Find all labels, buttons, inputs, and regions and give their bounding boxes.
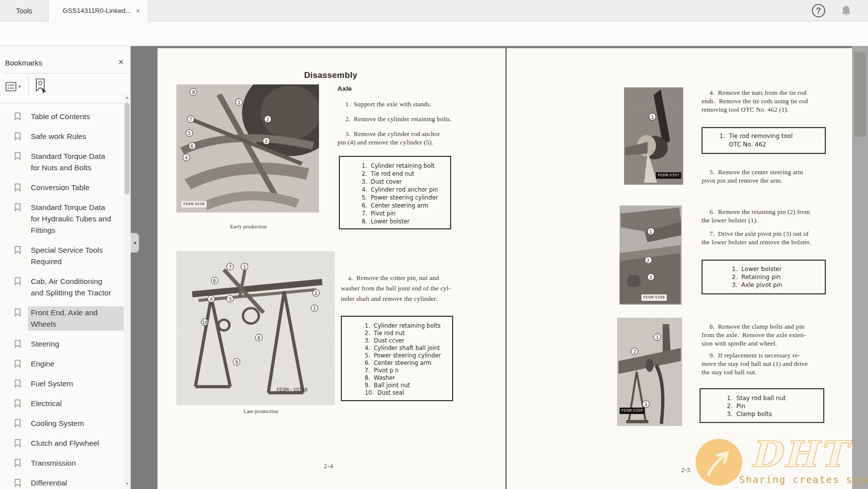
- legend-item: 4. Cylinder rod anchor pin: [362, 186, 450, 194]
- watermark-logo-circle: [696, 439, 742, 486]
- scrollbar-thumb[interactable]: [125, 103, 130, 195]
- watermark-brand-text: DHT: [750, 434, 852, 475]
- bookmark-item[interactable]: Table of Contents: [13, 111, 124, 123]
- bookmark-label: Safe work Rules: [28, 130, 117, 143]
- legend-item: 6. Center steering arm: [365, 359, 452, 367]
- legend-box-bolster: 1. Lower bolster2. Retaining pin3. Axle …: [702, 260, 826, 294]
- bookmark-item[interactable]: Clutch and Flywheel: [13, 437, 124, 450]
- bookmark-label: Special Service Tools Required: [28, 244, 117, 268]
- scroll-up-icon[interactable]: ▲: [125, 95, 129, 100]
- bookmark-item[interactable]: Cab, Air Conditioning and Splitting the …: [13, 276, 124, 299]
- legend-item: 1. Stay rod ball nut: [727, 394, 823, 402]
- bookmark-item[interactable]: Steering: [13, 338, 124, 350]
- bookmark-label: Fuel System: [28, 377, 117, 390]
- legend-item: 2. Tie rod nut: [365, 330, 452, 337]
- legend-item: 5. Power steering cylinder: [365, 352, 452, 359]
- legend-item: 10. Dust seal: [365, 389, 452, 397]
- bookmark-icon: [13, 459, 22, 467]
- callout-number: 6: [211, 277, 218, 284]
- bookmark-icon: [13, 183, 22, 192]
- step-4: 4. Remove the nuts from the tie rod ends…: [702, 88, 836, 114]
- bookmark-item[interactable]: Fuel System: [13, 378, 124, 390]
- bookmark-item[interactable]: Special Service Tools Required: [13, 244, 124, 268]
- bookmark-icon: [13, 379, 22, 388]
- callout-number: 3: [642, 401, 649, 408]
- close-tab-icon[interactable]: ×: [136, 7, 140, 14]
- notifications-bell-icon[interactable]: [840, 4, 853, 17]
- legend-item: 6. Center steering arm: [362, 202, 450, 210]
- document-scrollbar[interactable]: [852, 46, 868, 489]
- bookmark-item[interactable]: Conversion Table: [13, 182, 124, 194]
- bookmark-item[interactable]: Safe work Rules: [13, 131, 124, 143]
- sidebar-scrollbar[interactable]: ▲ ▼: [124, 94, 131, 489]
- goto-current-bookmark-button[interactable]: [34, 77, 51, 96]
- bookmark-item[interactable]: Electrical: [13, 398, 124, 410]
- bookmark-item[interactable]: Standard Torque Data for Hydraulic Tubes…: [13, 202, 124, 237]
- callout-number: 5: [227, 295, 234, 303]
- watermark-tagline: Sharing creates success: [739, 474, 868, 485]
- page-number-left: 2-4: [324, 463, 333, 470]
- callout-number: 3: [311, 304, 318, 312]
- tab-document-label: GSS14311R0-Linked...: [63, 7, 131, 14]
- bookmark-icon: [13, 277, 22, 285]
- callout-number: 8: [255, 334, 262, 341]
- bookmark-item[interactable]: Cooling System: [13, 418, 124, 430]
- figure-caption: Early production: [214, 223, 283, 229]
- figure-late-production: FESM—10128 71624531089: [176, 251, 335, 405]
- bookmark-icon: [13, 308, 22, 317]
- callout-number: 7: [227, 263, 234, 271]
- legend-item: 7. Pivot pin: [362, 210, 450, 217]
- callout-number: 2: [264, 115, 271, 123]
- bookmark-label: Standard Torque Data for Hydraulic Tubes…: [28, 201, 117, 237]
- list-options-icon: [5, 81, 18, 93]
- bookmark-label: Electrical: [28, 397, 117, 410]
- tab-document[interactable]: GSS14311R0-Linked... ×: [48, 0, 149, 21]
- callout-number: 3: [262, 137, 270, 144]
- bookmark-item[interactable]: Differential: [13, 477, 124, 489]
- caret-down-icon: ▾: [18, 84, 21, 89]
- bookmark-label: Steering: [28, 338, 117, 350]
- legend-item: 4. Cylinder shaft ball joint: [365, 345, 452, 352]
- legend-box-early: 1. Cylinder retaining bolt2. Tie rod end…: [339, 156, 451, 229]
- legend-box-late: 1. Cylinder retaining bolts2. Tie rod nu…: [341, 316, 453, 401]
- callout-number: 5: [185, 130, 193, 137]
- figure-tie-rod-removal: FESM-5357 1: [624, 87, 683, 185]
- bookmark-list: Table of ContentsSafe work RulesStandard…: [0, 107, 124, 489]
- step-7: 7. Drive the axle pivot pin (3) out of t…: [702, 229, 836, 246]
- scroll-down-icon[interactable]: ▼: [125, 482, 129, 486]
- step-1: 1. Support the axle with stands.: [337, 100, 472, 108]
- figure-label-chip: FESM-5359: [620, 408, 645, 414]
- section-heading: Disassembly: [304, 70, 357, 80]
- bookmark-label: Cooling System: [28, 417, 117, 430]
- bookmark-icon: [13, 439, 22, 447]
- scrollbar-thumb[interactable]: [854, 52, 866, 137]
- bookmark-label: Differential: [28, 477, 117, 489]
- tab-bar: ‹ Tools GSS14311R0-Linked... × ?: [0, 0, 868, 21]
- bookmark-item[interactable]: Transmission: [13, 457, 124, 470]
- figure-axle-on-stand: FESM-5359 123: [617, 318, 682, 426]
- help-icon[interactable]: ?: [812, 4, 825, 17]
- bookmark-item[interactable]: Standard Torque Data for Nuts and Bolts: [13, 150, 124, 174]
- legend-item: 1. Cylinder retaining bolt: [362, 162, 450, 170]
- sub-heading: Axle: [337, 85, 352, 92]
- legend-item: 9. Ball joint nut: [365, 382, 452, 389]
- step-3: 3. Remove the cylinder rod anchor pin (4…: [337, 130, 472, 146]
- callout-number: 4: [183, 154, 190, 161]
- figure-label: FESM—10128: [277, 387, 308, 392]
- tab-tools[interactable]: Tools: [0, 0, 48, 21]
- figure-lower-bolster: FESM-5358 123: [620, 206, 682, 305]
- divider: [28, 77, 29, 96]
- bookmark-item[interactable]: Engine: [13, 358, 124, 370]
- bookmark-icon: [13, 246, 22, 254]
- bookmark-item[interactable]: Front End, Axle and Wheels: [13, 307, 124, 331]
- callout-number: 2: [631, 348, 638, 355]
- bookmark-icon: [13, 479, 22, 487]
- collapse-panel-button[interactable]: ◄: [131, 233, 139, 253]
- callout-number: 1: [649, 113, 656, 120]
- bookmark-icon: [13, 203, 22, 211]
- close-panel-icon[interactable]: ×: [118, 57, 124, 67]
- figure-label-chip: FESM-5357: [656, 172, 681, 179]
- callout-number: 2: [312, 289, 319, 296]
- figure-caption: Late production: [226, 408, 296, 414]
- legend-item: 1. Cylinder retaining bolts: [365, 322, 452, 330]
